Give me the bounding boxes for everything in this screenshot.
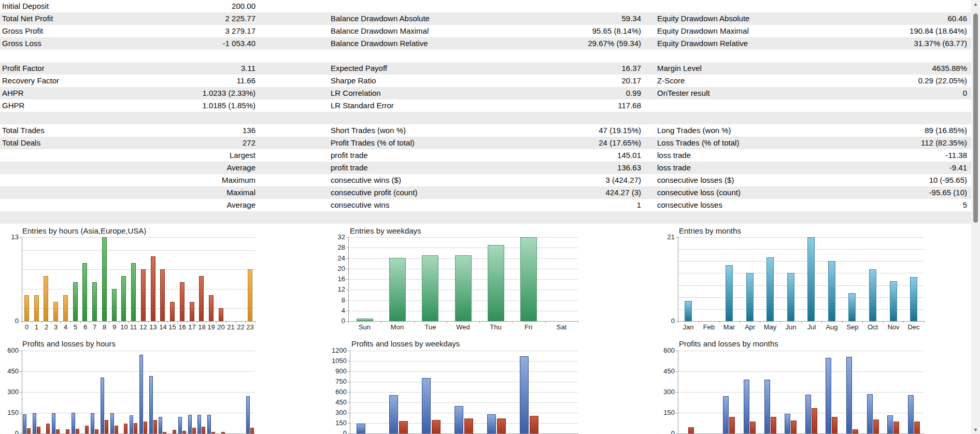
bar <box>37 427 40 433</box>
bar <box>246 396 250 433</box>
bar <box>66 429 69 433</box>
y-axis-label: 12 <box>317 285 345 293</box>
bar <box>110 413 114 433</box>
scroll-down-icon[interactable]: ▼ <box>971 426 980 434</box>
gridline <box>22 269 255 270</box>
bar <box>530 416 538 433</box>
bar <box>73 282 78 321</box>
x-axis-label: 18 <box>197 323 207 331</box>
y-axis-label: 0 <box>0 429 19 434</box>
gridline <box>348 248 578 248</box>
y-axis <box>350 351 350 434</box>
y-axis-tick <box>20 237 22 238</box>
bar <box>520 356 529 433</box>
gridline <box>350 392 578 393</box>
y-axis-label: 28 <box>317 243 345 251</box>
x-axis-label: Jul <box>801 323 822 331</box>
y-axis-tick <box>676 371 678 372</box>
y-axis <box>678 351 678 434</box>
bar <box>72 413 75 433</box>
y-axis-label: 32 <box>317 233 345 241</box>
scrollbar-thumb[interactable] <box>973 13 978 223</box>
bar <box>112 289 117 321</box>
gridline <box>350 371 578 372</box>
y-axis-label: 300 <box>0 388 19 396</box>
x-axis-label: Sun <box>348 323 381 331</box>
x-axis-label: 23 <box>245 323 255 331</box>
x-axis <box>348 321 578 322</box>
bar <box>248 269 252 321</box>
y-axis-tick <box>346 237 348 238</box>
bar <box>685 301 692 321</box>
bar <box>812 408 817 433</box>
y-axis-tick <box>348 392 350 393</box>
bar <box>688 427 694 433</box>
bar <box>250 428 254 433</box>
bar <box>488 245 504 321</box>
y-axis-label: 8 <box>317 296 345 304</box>
y-axis-label: 300 <box>319 409 347 416</box>
gridline <box>678 309 924 310</box>
gridline <box>678 351 924 351</box>
y-axis-tick <box>20 371 22 372</box>
x-axis-label: 10 <box>119 323 129 331</box>
y-axis <box>22 237 22 323</box>
bar <box>853 429 858 433</box>
y-axis-label: 750 <box>319 378 347 385</box>
bar <box>726 265 733 321</box>
x-axis-label: 9 <box>109 323 119 331</box>
bar <box>82 263 87 321</box>
bar <box>115 426 118 433</box>
y-axis-tick <box>346 279 348 280</box>
y-axis <box>22 351 22 434</box>
bar <box>199 276 204 321</box>
bar <box>497 418 506 433</box>
y-axis-tick <box>676 392 678 393</box>
x-axis-label: 11 <box>129 323 138 331</box>
bar <box>832 417 837 433</box>
x-axis-label: Oct <box>862 323 883 331</box>
gridline <box>350 382 578 382</box>
gridline <box>678 285 924 286</box>
x-axis-label: Mon <box>381 323 414 331</box>
bar <box>34 295 39 321</box>
y-axis-label: 300 <box>647 388 675 396</box>
gridline <box>678 273 924 273</box>
y-axis-label: 450 <box>319 398 347 406</box>
gridline <box>22 413 255 413</box>
bar <box>729 417 735 433</box>
x-axis-label: 1 <box>32 323 41 331</box>
gridline <box>22 289 255 290</box>
bar <box>160 269 165 321</box>
bar <box>159 417 162 433</box>
bar <box>846 357 852 433</box>
bar <box>422 255 438 321</box>
x-axis-label: 17 <box>187 323 197 331</box>
vertical-scrollbar[interactable]: ▲ ▼ <box>971 0 980 434</box>
gridline <box>350 413 578 413</box>
bar <box>791 421 797 433</box>
y-axis-tick <box>20 413 22 413</box>
y-axis-label: 13 <box>0 233 19 241</box>
bar <box>52 413 55 433</box>
x-axis-label: Apr <box>740 323 760 331</box>
y-axis-label: 600 <box>647 346 675 354</box>
bar <box>826 358 831 433</box>
scroll-up-icon[interactable]: ▲ <box>971 0 980 8</box>
gridline <box>678 413 924 413</box>
x-axis-label: 20 <box>216 323 226 331</box>
bar <box>389 258 406 321</box>
bar <box>869 269 876 321</box>
bar <box>46 424 50 433</box>
bar <box>389 395 398 433</box>
bar <box>144 422 147 433</box>
bar <box>805 395 811 433</box>
gridline <box>350 402 578 403</box>
bar <box>56 429 60 433</box>
bar <box>27 428 31 433</box>
gridline <box>22 392 255 393</box>
bar <box>807 237 815 321</box>
bar <box>910 277 917 321</box>
y-axis-label: 600 <box>319 388 347 396</box>
bar <box>192 428 196 433</box>
